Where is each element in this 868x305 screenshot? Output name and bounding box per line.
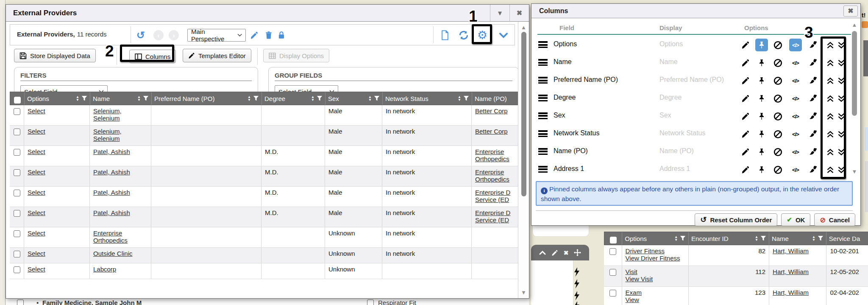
drag-handle-icon[interactable] <box>538 77 548 84</box>
sort-icon[interactable]: ▲▼ <box>248 95 251 101</box>
hide-column-button[interactable] <box>771 39 784 51</box>
scrollbar-thumb[interactable] <box>852 31 857 116</box>
scroll-down-arrow[interactable]: ▼ <box>518 289 529 296</box>
pin-column-button[interactable] <box>755 128 768 140</box>
move-icon[interactable] <box>574 249 581 256</box>
settings-gear-button[interactable]: ⚙ <box>476 29 488 41</box>
filter-icon[interactable] <box>374 95 380 101</box>
edit-column-button[interactable] <box>739 56 752 69</box>
window-scrollbar[interactable]: ▲ ▼ <box>518 22 529 298</box>
header-sex[interactable]: Sex▲▼ <box>326 92 383 105</box>
pin-column-button[interactable] <box>755 110 768 123</box>
sort-icon[interactable]: ▲▼ <box>368 95 372 101</box>
edit-column-button[interactable] <box>739 163 752 176</box>
checkbox[interactable] <box>17 299 24 305</box>
code-column-button[interactable]: </> <box>789 74 802 87</box>
style-column-button[interactable] <box>807 74 820 87</box>
checkbox[interactable] <box>14 251 20 257</box>
panel-scrollbar[interactable]: ▲ ▼ <box>851 22 858 181</box>
style-column-button[interactable] <box>807 110 820 123</box>
select-link[interactable]: Select <box>28 189 45 196</box>
provider-link[interactable]: Patel, Ashish <box>93 148 130 155</box>
close-icon[interactable]: ✖ <box>564 249 569 256</box>
pin-column-button[interactable] <box>755 92 768 105</box>
provider-link[interactable]: Patel, Ashish <box>93 168 130 176</box>
encounter-option-links[interactable]: Visit View Visit <box>626 268 653 283</box>
select-link[interactable]: Select <box>28 107 45 115</box>
edit-column-button[interactable] <box>739 39 752 51</box>
encounters-header-service-date[interactable]: Service Da <box>826 232 868 245</box>
checkbox[interactable] <box>14 210 20 217</box>
sort-icon[interactable]: ▲▼ <box>674 235 678 241</box>
drag-handle-icon[interactable] <box>538 41 548 48</box>
move-bottom-button[interactable] <box>835 92 848 105</box>
encounters-header-options[interactable]: Options▲▼ <box>622 232 689 245</box>
hide-column-button[interactable] <box>771 128 784 140</box>
window-titlebar[interactable]: External Providers ▾ ✖ <box>6 5 529 22</box>
encounters-header-encounter-id[interactable]: Encounter ID▲▼ <box>689 232 769 245</box>
select-all-checkbox-cell[interactable] <box>10 92 25 105</box>
move-bottom-button[interactable] <box>835 110 848 123</box>
ok-button[interactable]: ✔ OK <box>781 213 810 226</box>
move-bottom-button[interactable] <box>835 146 848 158</box>
drag-handle-icon[interactable] <box>538 95 548 101</box>
encounter-option-links[interactable]: Driver Fitness View Driver Fitness <box>626 247 680 262</box>
delete-perspective-button[interactable] <box>263 29 275 41</box>
select-link[interactable]: Select <box>28 209 45 216</box>
checkbox[interactable] <box>367 299 374 305</box>
sort-icon[interactable]: ▲▼ <box>812 235 815 241</box>
undo-button[interactable]: ↺ <box>135 29 147 41</box>
select-link[interactable]: Select <box>28 128 45 135</box>
checkbox[interactable] <box>14 149 20 156</box>
edit-column-button[interactable] <box>739 146 752 158</box>
checkbox[interactable] <box>609 290 616 297</box>
store-displayed-data-button[interactable]: Store Displayed Data <box>14 49 96 62</box>
patient-link[interactable]: Hart, William <box>773 247 809 255</box>
select-link[interactable]: Select <box>28 168 45 176</box>
style-column-button[interactable] <box>807 146 820 158</box>
hide-column-button[interactable] <box>771 92 784 105</box>
checkbox[interactable] <box>14 169 20 176</box>
patient-link[interactable]: Hart, William <box>773 268 809 275</box>
checkbox[interactable] <box>14 266 20 273</box>
window-menu-button[interactable]: ▾ <box>490 5 509 22</box>
move-bottom-button[interactable] <box>835 128 848 140</box>
templates-editor-button[interactable]: Templates Editor <box>183 49 251 62</box>
filter-icon[interactable] <box>317 95 323 101</box>
sort-icon[interactable]: ▲▼ <box>458 95 461 101</box>
header-options[interactable]: Options▲▼ <box>25 92 90 105</box>
document-icon[interactable] <box>439 29 451 41</box>
code-column-button[interactable]: </> <box>789 146 802 158</box>
reset-column-order-button[interactable]: ↺ Reset Column Order <box>695 213 777 226</box>
sort-icon[interactable]: ▲▼ <box>76 95 79 101</box>
pencil-icon[interactable] <box>551 249 558 256</box>
drag-handle-icon[interactable] <box>538 166 548 173</box>
pin-column-button[interactable] <box>755 146 768 158</box>
code-column-button[interactable]: </> <box>789 39 802 51</box>
select-link[interactable]: Select <box>28 148 45 155</box>
style-column-button[interactable] <box>807 39 820 51</box>
filter-icon[interactable] <box>818 235 823 241</box>
select-link[interactable]: Select <box>28 229 45 237</box>
forward-button[interactable]: › <box>169 30 179 40</box>
back-button[interactable]: ‹ <box>153 30 164 40</box>
hide-column-button[interactable] <box>771 56 784 69</box>
edit-column-button[interactable] <box>739 92 752 105</box>
code-column-button[interactable]: </> <box>789 110 802 123</box>
header-name-po[interactable]: Name (PO) <box>472 92 515 105</box>
columns-dialog-close-button[interactable]: ✖ <box>843 6 858 17</box>
header-network-status[interactable]: Network Status▲▼ <box>383 92 472 105</box>
provider-link[interactable]: Selenium, Selenium <box>93 128 122 142</box>
perspective-select[interactable]: Main Perspective <box>187 29 246 42</box>
pin-column-button[interactable] <box>755 56 768 69</box>
provider-link[interactable]: Enterprise Orthopedics <box>93 229 128 244</box>
pin-column-button[interactable] <box>755 163 768 176</box>
edit-column-button[interactable] <box>739 74 752 87</box>
style-column-button[interactable] <box>807 92 820 105</box>
organization-link[interactable]: Enterprise D Service (ED <box>475 189 510 203</box>
checkbox[interactable] <box>609 269 616 276</box>
checkbox[interactable] <box>14 230 20 237</box>
filter-icon[interactable] <box>463 95 469 101</box>
pin-column-button[interactable] <box>755 39 768 51</box>
encounter-option-links[interactable]: Exam View <box>626 289 642 303</box>
